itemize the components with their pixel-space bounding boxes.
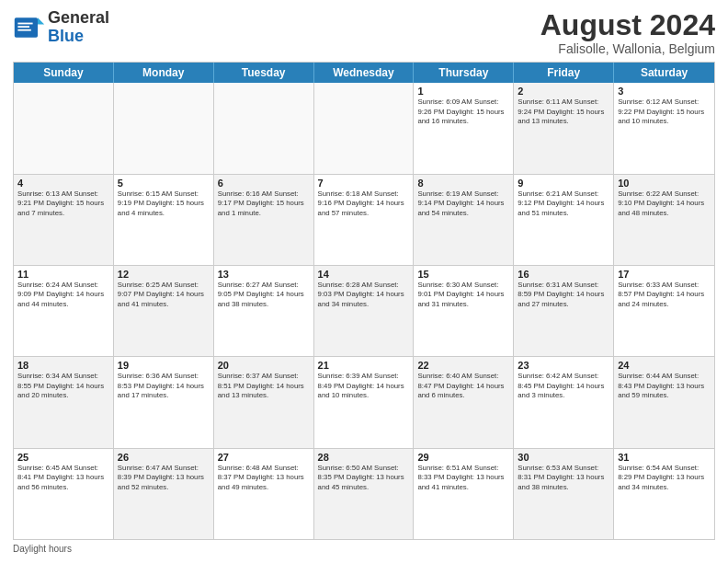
day-info: Sunrise: 6:22 AM Sunset: 9:10 PM Dayligh… — [618, 190, 711, 219]
calendar-day: 5Sunrise: 6:15 AM Sunset: 9:19 PM Daylig… — [114, 175, 214, 265]
calendar-day: 15Sunrise: 6:30 AM Sunset: 9:01 PM Dayli… — [414, 266, 514, 356]
calendar-day: 10Sunrise: 6:22 AM Sunset: 9:10 PM Dayli… — [614, 175, 714, 265]
day-number: 25 — [17, 452, 109, 463]
calendar-day: 11Sunrise: 6:24 AM Sunset: 9:09 PM Dayli… — [14, 266, 114, 356]
calendar-day: 7Sunrise: 6:18 AM Sunset: 9:16 PM Daylig… — [314, 175, 415, 265]
page: General Blue August 2024 Falisolle, Wall… — [0, 0, 728, 563]
day-number: 8 — [417, 178, 509, 189]
day-info: Sunrise: 6:34 AM Sunset: 8:55 PM Dayligh… — [17, 372, 109, 401]
day-info: Sunrise: 6:42 AM Sunset: 8:45 PM Dayligh… — [518, 372, 609, 401]
day-info: Sunrise: 6:18 AM Sunset: 9:16 PM Dayligh… — [318, 190, 410, 219]
calendar-week: 11Sunrise: 6:24 AM Sunset: 9:09 PM Dayli… — [14, 266, 714, 357]
svg-marker-1 — [38, 17, 44, 24]
logo-icon — [13, 11, 46, 44]
day-info: Sunrise: 6:31 AM Sunset: 8:59 PM Dayligh… — [518, 281, 609, 310]
logo-blue: Blue — [48, 27, 84, 45]
day-number: 1 — [417, 86, 509, 97]
day-number: 6 — [218, 178, 310, 189]
calendar-empty — [14, 83, 114, 173]
day-number: 3 — [618, 86, 711, 97]
weekday-header: Thursday — [414, 63, 514, 83]
day-info: Sunrise: 6:16 AM Sunset: 9:17 PM Dayligh… — [218, 190, 310, 219]
day-number: 18 — [17, 360, 109, 371]
day-info: Sunrise: 6:19 AM Sunset: 9:14 PM Dayligh… — [417, 190, 509, 219]
calendar-day: 27Sunrise: 6:48 AM Sunset: 8:37 PM Dayli… — [214, 449, 314, 539]
day-number: 30 — [518, 452, 609, 463]
day-number: 2 — [518, 86, 609, 97]
day-number: 28 — [318, 452, 410, 463]
calendar-day: 21Sunrise: 6:39 AM Sunset: 8:49 PM Dayli… — [314, 357, 415, 447]
day-number: 20 — [218, 360, 310, 371]
day-info: Sunrise: 6:30 AM Sunset: 9:01 PM Dayligh… — [417, 281, 509, 310]
calendar-day: 16Sunrise: 6:31 AM Sunset: 8:59 PM Dayli… — [514, 266, 614, 356]
weekday-header: Friday — [514, 63, 614, 83]
calendar-day: 20Sunrise: 6:37 AM Sunset: 8:51 PM Dayli… — [214, 357, 314, 447]
day-info: Sunrise: 6:28 AM Sunset: 9:03 PM Dayligh… — [318, 281, 410, 310]
calendar-day: 24Sunrise: 6:44 AM Sunset: 8:43 PM Dayli… — [614, 357, 714, 447]
calendar-day: 8Sunrise: 6:19 AM Sunset: 9:14 PM Daylig… — [414, 175, 514, 265]
calendar-day: 14Sunrise: 6:28 AM Sunset: 9:03 PM Dayli… — [314, 266, 415, 356]
day-info: Sunrise: 6:21 AM Sunset: 9:12 PM Dayligh… — [518, 190, 609, 219]
day-number: 4 — [17, 178, 109, 189]
day-number: 9 — [518, 178, 609, 189]
title-block: August 2024 Falisolle, Wallonia, Belgium — [540, 9, 715, 56]
weekday-header: Tuesday — [214, 63, 314, 83]
day-number: 14 — [318, 269, 410, 280]
calendar-day: 26Sunrise: 6:47 AM Sunset: 8:39 PM Dayli… — [114, 449, 214, 539]
day-number: 27 — [218, 452, 310, 463]
day-info: Sunrise: 6:11 AM Sunset: 9:24 PM Dayligh… — [518, 98, 609, 127]
calendar-day: 1Sunrise: 6:09 AM Sunset: 9:26 PM Daylig… — [414, 83, 514, 173]
logo-text: General Blue — [48, 9, 109, 46]
calendar: SundayMondayTuesdayWednesdayThursdayFrid… — [13, 62, 715, 540]
calendar-day: 23Sunrise: 6:42 AM Sunset: 8:45 PM Dayli… — [514, 357, 614, 447]
day-number: 31 — [618, 452, 711, 463]
day-info: Sunrise: 6:50 AM Sunset: 8:35 PM Dayligh… — [318, 464, 410, 493]
weekday-header: Saturday — [614, 63, 714, 83]
calendar-day: 29Sunrise: 6:51 AM Sunset: 8:33 PM Dayli… — [414, 449, 514, 539]
day-number: 17 — [618, 269, 711, 280]
calendar-day: 22Sunrise: 6:40 AM Sunset: 8:47 PM Dayli… — [414, 357, 514, 447]
weekday-header: Sunday — [14, 63, 114, 83]
calendar-week: 18Sunrise: 6:34 AM Sunset: 8:55 PM Dayli… — [14, 357, 714, 448]
calendar-day: 28Sunrise: 6:50 AM Sunset: 8:35 PM Dayli… — [314, 449, 415, 539]
day-number: 24 — [618, 360, 711, 371]
calendar-day: 30Sunrise: 6:53 AM Sunset: 8:31 PM Dayli… — [514, 449, 614, 539]
day-info: Sunrise: 6:45 AM Sunset: 8:41 PM Dayligh… — [17, 464, 109, 493]
day-number: 19 — [118, 360, 210, 371]
calendar-empty — [214, 83, 314, 173]
calendar-day: 4Sunrise: 6:13 AM Sunset: 9:21 PM Daylig… — [14, 175, 114, 265]
calendar-day: 13Sunrise: 6:27 AM Sunset: 9:05 PM Dayli… — [214, 266, 314, 356]
day-number: 11 — [17, 269, 109, 280]
day-info: Sunrise: 6:33 AM Sunset: 8:57 PM Dayligh… — [618, 281, 711, 310]
day-info: Sunrise: 6:51 AM Sunset: 8:33 PM Dayligh… — [417, 464, 509, 493]
day-number: 23 — [518, 360, 609, 371]
weekday-header: Monday — [114, 63, 214, 83]
day-number: 29 — [417, 452, 509, 463]
day-number: 5 — [118, 178, 210, 189]
calendar-day: 2Sunrise: 6:11 AM Sunset: 9:24 PM Daylig… — [514, 83, 614, 173]
day-number: 16 — [518, 269, 609, 280]
sub-title: Falisolle, Wallonia, Belgium — [540, 41, 715, 56]
calendar-day: 3Sunrise: 6:12 AM Sunset: 9:22 PM Daylig… — [614, 83, 714, 173]
day-number: 21 — [318, 360, 410, 371]
calendar-day: 18Sunrise: 6:34 AM Sunset: 8:55 PM Dayli… — [14, 357, 114, 447]
day-info: Sunrise: 6:54 AM Sunset: 8:29 PM Dayligh… — [618, 464, 711, 493]
day-info: Sunrise: 6:25 AM Sunset: 9:07 PM Dayligh… — [118, 281, 210, 310]
day-info: Sunrise: 6:48 AM Sunset: 8:37 PM Dayligh… — [218, 464, 310, 493]
day-number: 26 — [118, 452, 210, 463]
day-number: 7 — [318, 178, 410, 189]
calendar-week: 1Sunrise: 6:09 AM Sunset: 9:26 PM Daylig… — [14, 83, 714, 174]
day-info: Sunrise: 6:09 AM Sunset: 9:26 PM Dayligh… — [417, 98, 509, 127]
day-number: 22 — [417, 360, 509, 371]
header: General Blue August 2024 Falisolle, Wall… — [13, 9, 715, 56]
weekday-header: Wednesday — [314, 63, 415, 83]
day-info: Sunrise: 6:37 AM Sunset: 8:51 PM Dayligh… — [218, 372, 310, 401]
calendar-day: 17Sunrise: 6:33 AM Sunset: 8:57 PM Dayli… — [614, 266, 714, 356]
calendar-empty — [314, 83, 415, 173]
svg-rect-3 — [17, 26, 29, 28]
day-info: Sunrise: 6:13 AM Sunset: 9:21 PM Dayligh… — [17, 190, 109, 219]
day-info: Sunrise: 6:12 AM Sunset: 9:22 PM Dayligh… — [618, 98, 711, 127]
calendar-header: SundayMondayTuesdayWednesdayThursdayFrid… — [14, 63, 714, 83]
day-info: Sunrise: 6:40 AM Sunset: 8:47 PM Dayligh… — [417, 372, 509, 401]
main-title: August 2024 — [540, 9, 715, 41]
